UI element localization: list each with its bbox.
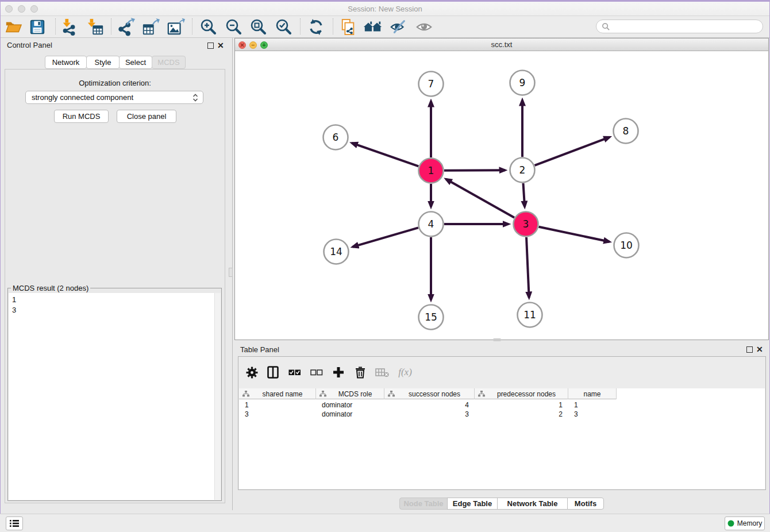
- graph-edge-3-1[interactable]: [446, 179, 514, 218]
- search-input[interactable]: [596, 20, 763, 33]
- table-cell[interactable]: 1: [475, 400, 568, 410]
- graph-edge-4-14[interactable]: [353, 228, 418, 246]
- delete-table-button[interactable]: [375, 365, 390, 380]
- main-toolbar: [1, 16, 769, 38]
- table-cell[interactable]: dominator: [316, 400, 384, 410]
- table-cell[interactable]: 3: [239, 410, 316, 419]
- table-cell[interactable]: 1: [239, 400, 316, 410]
- table-panel-float-button[interactable]: [746, 346, 753, 353]
- network-window-close-button[interactable]: ✕: [238, 41, 246, 49]
- zoom-window-button[interactable]: [30, 5, 38, 13]
- deselect-all-columns-button[interactable]: [309, 365, 324, 380]
- graph-edge-1-2[interactable]: [444, 170, 505, 171]
- export-table-button[interactable]: [140, 17, 161, 37]
- export-network-icon: [117, 18, 135, 36]
- table-cell[interactable]: 3: [384, 410, 475, 419]
- network-graph-canvas[interactable]: 7968124314101511: [235, 51, 768, 340]
- status-bar: Memory: [0, 514, 770, 532]
- select-all-columns-button[interactable]: [287, 365, 302, 380]
- mcds-result-list[interactable]: 1 3: [9, 293, 221, 500]
- graph-edge-2-8[interactable]: [535, 137, 610, 165]
- graph-node-label-7: 7: [428, 78, 434, 90]
- graph-node-label-15: 15: [425, 311, 437, 323]
- select-all-icon: [288, 369, 301, 376]
- network-file-button[interactable]: [338, 17, 359, 37]
- control-panel-close-button[interactable]: ✕: [217, 42, 224, 49]
- tab-edge-table[interactable]: Edge Table: [447, 498, 498, 510]
- tab-network-table[interactable]: Network Table: [497, 498, 568, 510]
- table-cell[interactable]: 3: [568, 410, 617, 419]
- import-network-icon: [60, 18, 79, 36]
- task-history-button[interactable]: [6, 516, 23, 530]
- eye-icon: [415, 18, 433, 36]
- table-cell[interactable]: 4: [384, 400, 475, 410]
- table-panel-title: Table Panel: [240, 345, 279, 354]
- import-table-button[interactable]: [85, 17, 106, 37]
- trash-icon: [355, 366, 366, 379]
- zoom-out-button[interactable]: [224, 17, 244, 37]
- show-graphics-details-button[interactable]: [414, 17, 434, 37]
- table-cell[interactable]: dominator: [316, 410, 384, 419]
- export-network-button[interactable]: [116, 17, 136, 37]
- column-header-successor-nodes[interactable]: successor nodes: [384, 388, 475, 399]
- export-image-button[interactable]: [165, 17, 186, 37]
- graph-node-label-10: 10: [620, 240, 633, 251]
- run-mcds-button[interactable]: Run MCDS: [54, 110, 109, 123]
- mcds-result-group: 1 3 MCDS result (2 nodes): [7, 288, 222, 501]
- table-row-3[interactable]: 3dominator323: [239, 410, 765, 419]
- graph-edge-3-10[interactable]: [539, 227, 610, 242]
- home-button[interactable]: [363, 17, 383, 37]
- close-window-button[interactable]: [5, 5, 13, 13]
- network-window-zoom-button[interactable]: +: [260, 41, 268, 49]
- graph-edge-1-6[interactable]: [352, 143, 418, 167]
- table-cell[interactable]: 1: [568, 400, 617, 410]
- tab-select[interactable]: Select: [119, 56, 152, 69]
- column-header-MCDS-role[interactable]: MCDS role: [316, 388, 384, 399]
- mcds-result-scrollbar[interactable]: [214, 293, 221, 500]
- tab-style[interactable]: Style: [86, 56, 120, 69]
- memory-label: Memory: [737, 519, 762, 527]
- node-table: shared nameMCDS rolesuccessor nodesprede…: [239, 388, 765, 489]
- network-window-minimize-button[interactable]: −: [249, 41, 257, 49]
- close-panel-button[interactable]: Close panel: [117, 110, 176, 123]
- title-bar: Session: New Session: [1, 2, 769, 16]
- graph-node-label-6: 6: [333, 132, 339, 143]
- column-header-predecessor-nodes[interactable]: predecessor nodes: [475, 388, 568, 399]
- import-network-button[interactable]: [59, 17, 80, 37]
- column-header-shared-name[interactable]: shared name: [239, 388, 316, 399]
- window-title: Session: New Session: [1, 2, 769, 16]
- memory-button[interactable]: Memory: [725, 516, 765, 530]
- show-columns-button[interactable]: [265, 365, 280, 380]
- graph-node-label-8: 8: [623, 125, 629, 137]
- create-column-button[interactable]: [331, 365, 346, 380]
- hide-graphics-details-button[interactable]: [388, 17, 409, 37]
- tab-node-table[interactable]: Node Table: [399, 498, 448, 510]
- delete-column-button[interactable]: [353, 365, 368, 380]
- column-header-name[interactable]: name: [568, 388, 617, 399]
- save-session-button[interactable]: [27, 17, 48, 37]
- optimization-criterion-select[interactable]: strongly connected component: [25, 91, 203, 104]
- zoom-selected-button[interactable]: [274, 17, 294, 37]
- zoom-fit-button[interactable]: [248, 17, 269, 37]
- split-pane-handle[interactable]: [493, 338, 501, 341]
- tab-motifs[interactable]: Motifs: [567, 498, 604, 510]
- tree-icon: [388, 391, 395, 397]
- graph-edge-3-11[interactable]: [526, 237, 529, 298]
- zoom-fit-icon: [249, 18, 268, 36]
- minimize-window-button[interactable]: [18, 5, 25, 13]
- import-table-icon: [86, 18, 105, 36]
- table-settings-button[interactable]: [244, 365, 259, 380]
- tab-mcds[interactable]: MCDS: [152, 56, 186, 69]
- memory-status-icon: [727, 520, 734, 527]
- table-panel-close-button[interactable]: ✕: [756, 346, 763, 353]
- function-builder-button[interactable]: f(x): [395, 365, 415, 380]
- table-cell[interactable]: 2: [475, 410, 568, 419]
- control-panel-float-button[interactable]: [207, 43, 214, 49]
- graph-edge-2-3[interactable]: [523, 183, 525, 207]
- refresh-button[interactable]: [306, 17, 326, 37]
- tab-network[interactable]: Network: [45, 56, 87, 69]
- zoom-in-button[interactable]: [198, 17, 219, 37]
- panel-splitter-handle[interactable]: [229, 268, 233, 277]
- table-row-1[interactable]: 1dominator411: [239, 400, 765, 410]
- open-session-button[interactable]: [3, 17, 24, 37]
